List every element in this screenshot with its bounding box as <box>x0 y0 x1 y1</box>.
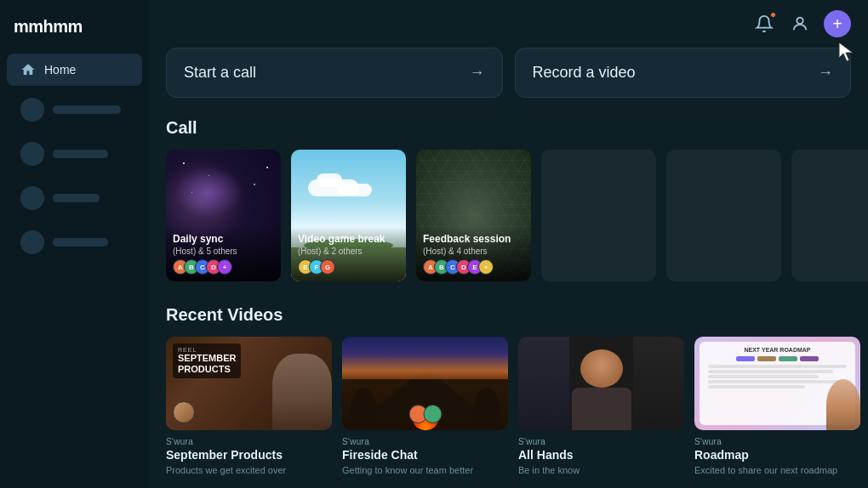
roadmap-desc: Excited to share our next roadmap <box>694 464 860 476</box>
video-card-roadmap[interactable]: NEXT YEAR ROADMAP <box>694 337 860 476</box>
sidebar-skeleton-4 <box>7 222 142 263</box>
allhands-desc: Be in the know <box>518 464 684 476</box>
video-game-overlay: Video game break (Host) & 2 others E F G <box>291 226 406 281</box>
video-card-allhands[interactable]: S'wura All Hands Be in the know <box>518 337 684 476</box>
notifications-button[interactable] <box>752 12 776 36</box>
record-video-arrow: → <box>818 64 833 82</box>
skeleton-circle-3 <box>20 186 44 210</box>
sep-meta: S'wura <box>166 437 332 446</box>
shelf-right <box>633 337 684 430</box>
star-5 <box>254 184 255 185</box>
fireside-avatars <box>408 405 442 423</box>
shelf-left <box>518 337 569 430</box>
recent-videos-title: Recent Videos <box>166 305 851 325</box>
daily-sync-overlay: Daily sync (Host) & 5 others A B C D + <box>166 226 281 281</box>
notification-badge <box>770 12 776 18</box>
app-logo: mmhmm <box>14 17 83 36</box>
skeleton-bar-1 <box>53 105 121 114</box>
video-game-avatars: E F G <box>298 259 399 275</box>
star-3 <box>266 167 268 168</box>
fireside-av2 <box>423 405 442 423</box>
daily-sync-subtitle: (Host) & 5 others <box>173 247 274 256</box>
fireside-sky <box>342 337 508 379</box>
daily-sync-title: Daily sync <box>173 233 274 245</box>
prog-3 <box>779 356 797 361</box>
video-game-title: Video game break <box>298 233 399 245</box>
torso <box>572 388 631 430</box>
fireside-person-2 <box>474 388 500 430</box>
call-section-title: Call <box>166 118 851 138</box>
fireside-thumbnail <box>342 337 508 430</box>
head <box>580 349 623 388</box>
sep-title: September Products <box>166 448 332 462</box>
roadmap-line-2 <box>708 370 833 373</box>
sep-avatar <box>173 401 195 423</box>
sep-reel-text: REEL <box>178 347 236 353</box>
roadmap-lines <box>705 365 850 389</box>
sidebar: mmhmm Home <box>0 0 149 488</box>
allhands-title: All Hands <box>518 448 684 462</box>
prog-2 <box>757 356 776 361</box>
start-call-arrow: → <box>470 64 485 82</box>
main-content: + Start a call → Record a video → Call <box>149 0 868 488</box>
video-card-fireside[interactable]: S'wura Fireside Chat Getting to know our… <box>342 337 508 476</box>
call-card-daily-sync[interactable]: Daily sync (Host) & 5 others A B C D + <box>166 150 281 281</box>
sidebar-item-home[interactable]: Home <box>7 54 142 86</box>
roadmap-thumbnail: NEXT YEAR ROADMAP <box>694 337 860 430</box>
sep-label-box: REEL SEPTEMBERPRODUCTS <box>173 343 241 378</box>
record-video-card[interactable]: Record a video → <box>515 48 852 98</box>
roadmap-progress-row <box>705 356 850 361</box>
roadmap-meta: S'wura <box>694 437 860 446</box>
roadmap-title-bar: NEXT YEAR ROADMAP <box>705 347 850 353</box>
daily-sync-avatars: A B C D + <box>173 259 274 275</box>
call-cards-row: Daily sync (Host) & 5 others A B C D + <box>166 150 851 281</box>
cloud-2 <box>317 173 342 187</box>
profile-button[interactable] <box>788 12 812 36</box>
video-card-september[interactable]: REEL SEPTEMBERPRODUCTS S'wura September … <box>166 337 332 476</box>
prog-1 <box>736 356 755 361</box>
september-thumbnail: REEL SEPTEMBERPRODUCTS <box>166 337 332 430</box>
skeleton-bar-4 <box>53 238 108 247</box>
skeleton-circle-2 <box>20 142 44 166</box>
sidebar-header: mmhmm <box>0 10 149 54</box>
feedback-overlay: Feedback session (Host) & 4 others A B C… <box>416 226 531 281</box>
fireside-desc: Getting to know our team better <box>342 464 508 476</box>
roadmap-line-1 <box>708 365 847 368</box>
add-button-wrapper: + <box>824 10 851 37</box>
svg-point-0 <box>797 18 802 24</box>
allhands-thumbnail <box>518 337 684 430</box>
record-video-label: Record a video <box>533 64 636 82</box>
start-call-card[interactable]: Start a call → <box>166 48 503 98</box>
user-icon <box>791 14 809 33</box>
call-card-feedback[interactable]: Feedback session (Host) & 4 others A B C… <box>416 150 531 281</box>
roadmap-title: Roadmap <box>694 448 860 462</box>
feedback-title: Feedback session <box>423 233 524 245</box>
call-card-empty-2 <box>666 150 781 281</box>
call-card-empty-3 <box>791 150 868 281</box>
skeleton-bar-2 <box>53 150 108 158</box>
feedback-subtitle: (Host) & 4 others <box>423 247 524 256</box>
skeleton-bar-3 <box>53 194 100 202</box>
add-button[interactable]: + <box>824 10 851 37</box>
avatar-14: + <box>478 259 494 275</box>
sidebar-skeleton-2 <box>7 133 142 174</box>
fireside-title: Fireside Chat <box>342 448 508 462</box>
skeleton-circle-1 <box>20 98 44 122</box>
sep-main-text: SEPTEMBERPRODUCTS <box>178 353 236 375</box>
nebula <box>174 167 243 218</box>
prog-4 <box>800 356 819 361</box>
roadmap-person <box>826 379 860 430</box>
roadmap-line-5 <box>708 385 805 389</box>
avatar-5: + <box>217 259 232 275</box>
call-card-empty-1 <box>541 150 656 281</box>
cloud-3 <box>338 184 372 196</box>
avatar-8: G <box>320 259 335 275</box>
feedback-avatars: A B C D E + <box>423 259 524 275</box>
star-1 <box>183 162 185 164</box>
video-cards-row: REEL SEPTEMBERPRODUCTS S'wura September … <box>166 337 851 476</box>
video-game-subtitle: (Host) & 2 others <box>298 247 399 256</box>
allhands-person-container <box>563 345 640 430</box>
action-cards: Start a call → Record a video → <box>166 48 851 98</box>
call-card-video-game[interactable]: Video game break (Host) & 2 others E F G <box>291 150 406 281</box>
roadmap-line-3 <box>708 375 819 378</box>
